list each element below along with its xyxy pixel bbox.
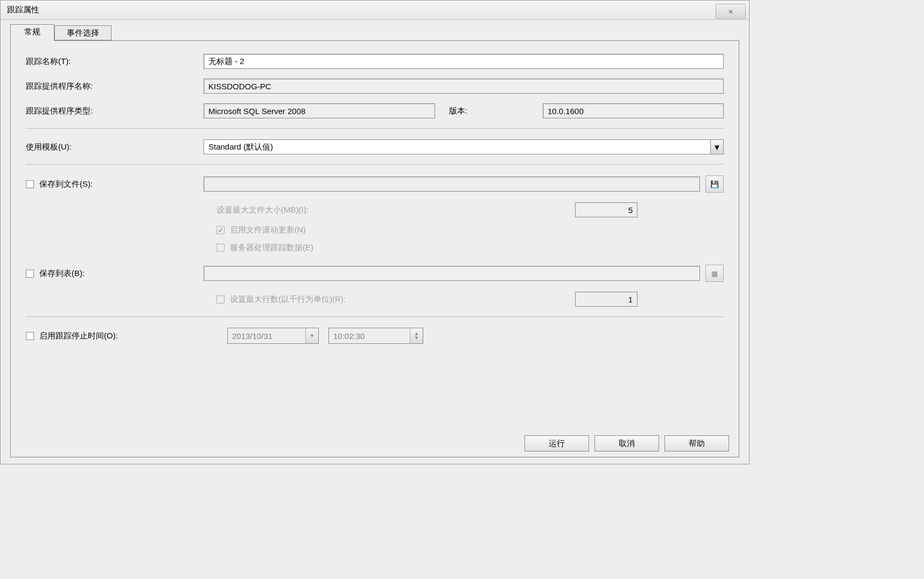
run-button[interactable]: 运行 [524, 435, 589, 451]
button-bar: 运行 取消 帮助 [524, 435, 729, 451]
content-frame: 常规 事件选择 跟踪名称(T): 跟踪提供程序名称: 跟踪提供程序类型: [7, 24, 743, 457]
label-enable-stop-time: 启用跟踪停止时间(O): [39, 331, 118, 341]
separator-3 [26, 316, 724, 317]
tab-general[interactable]: 常规 [10, 24, 54, 41]
label-max-file-size: 设置最大文件大小(MB)(I): [216, 205, 575, 215]
table-icon: ▦ [711, 270, 718, 278]
max-rows-checkbox [216, 295, 225, 303]
chevron-down-icon: ▼ [305, 328, 318, 343]
provider-name-field [204, 79, 724, 94]
label-provider-type: 跟踪提供程序类型: [26, 106, 204, 116]
stop-time-value: 10:02:30 [333, 331, 365, 341]
server-processes-checkbox [216, 244, 225, 252]
label-version: 版本: [440, 106, 537, 116]
save-to-table-checkbox[interactable] [26, 270, 34, 278]
stop-time-picker: 10:02:30 ▲ ▼ [328, 328, 423, 344]
label-enable-rollover: 启用文件滚动更新(N) [230, 225, 306, 235]
trace-name-input[interactable] [204, 54, 724, 69]
save-to-file-checkbox[interactable] [26, 180, 34, 188]
provider-type-field [204, 103, 435, 118]
stop-date-picker: 2013/10/31 ▼ [227, 328, 319, 344]
template-select[interactable]: Standard (默认值) ▼ [204, 139, 724, 154]
enable-rollover-row: ✓ 启用文件滚动更新(N) [216, 225, 306, 235]
save-to-table-checkbox-row[interactable]: 保存到表(B): [26, 269, 204, 279]
separator-2 [26, 164, 724, 165]
save-file-path-input [204, 176, 700, 192]
label-server-processes: 服务器处理跟踪数据(E) [230, 243, 313, 253]
max-file-size-input [575, 202, 638, 217]
window-title: 跟踪属性 [7, 5, 39, 15]
browse-file-button: 💾 [705, 175, 724, 193]
version-field [543, 103, 724, 118]
stop-date-value: 2013/10/31 [232, 331, 272, 341]
server-processes-row: 服务器处理跟踪数据(E) [216, 243, 313, 253]
save-icon: 💾 [710, 180, 719, 188]
save-to-file-checkbox-row[interactable]: 保存到文件(S): [26, 179, 204, 189]
save-table-input [204, 266, 700, 281]
label-max-rows: 设置最大行数(以千行为单位)(R): [230, 294, 346, 305]
browse-table-button: ▦ [705, 265, 724, 282]
label-save-to-table: 保存到表(B): [39, 269, 85, 279]
label-template: 使用模板(U): [26, 142, 204, 152]
dialog-window: 跟踪属性 ⨉ 常规 事件选择 跟踪名称(T): 跟踪提供程序名称: [0, 0, 750, 464]
enable-stop-time-checkbox[interactable] [26, 332, 34, 340]
enable-stop-time-row[interactable]: 启用跟踪停止时间(O): [26, 331, 204, 341]
enable-rollover-checkbox: ✓ [216, 226, 225, 234]
chevron-down-icon: ▼ [710, 140, 723, 154]
spinner-icon: ▲ ▼ [410, 328, 423, 343]
separator-1 [26, 128, 724, 129]
max-rows-row: 设置最大行数(以千行为单位)(R): [216, 294, 575, 305]
max-rows-input [575, 292, 638, 307]
cancel-button[interactable]: 取消 [594, 435, 659, 451]
tab-panel-general: 跟踪名称(T): 跟踪提供程序名称: 跟踪提供程序类型: 版本: [10, 40, 739, 457]
titlebar: 跟踪属性 ⨉ [1, 1, 749, 20]
tab-events[interactable]: 事件选择 [54, 25, 111, 40]
label-trace-name: 跟踪名称(T): [26, 57, 204, 67]
label-provider-name: 跟踪提供程序名称: [26, 81, 204, 91]
label-save-to-file: 保存到文件(S): [39, 179, 93, 189]
close-icon: ⨉ [729, 6, 733, 16]
tab-strip: 常规 事件选择 [7, 24, 743, 43]
close-button[interactable]: ⨉ [716, 4, 746, 19]
template-value: Standard (默认值) [208, 142, 273, 152]
help-button[interactable]: 帮助 [664, 435, 729, 451]
